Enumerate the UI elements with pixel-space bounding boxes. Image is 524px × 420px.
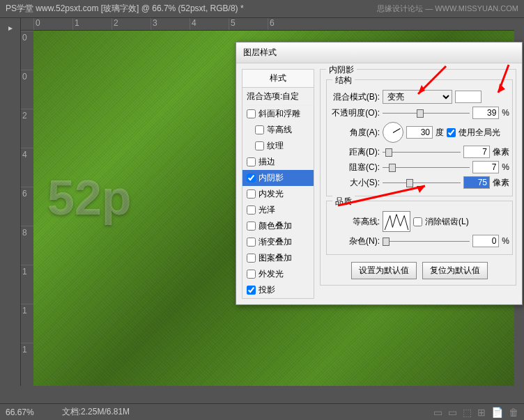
quality-group: 品质 等高线: 消除锯齿(L) 杂色(N): % <box>326 201 513 255</box>
structure-group: 结构 混合模式(B): 变亮 不透明度(O): % 角度(A): <box>326 79 513 196</box>
opacity-input[interactable] <box>472 107 499 119</box>
titlebar: PS学堂 www.52psxt.com [玻璃字效] @ 66.7% (52ps… <box>0 0 524 18</box>
angle-input[interactable] <box>406 126 433 139</box>
antialias-checkbox[interactable] <box>413 217 422 226</box>
style-label: 光泽 <box>259 204 275 216</box>
noise-input[interactable] <box>472 235 499 247</box>
watermark: 思缘设计论坛 — WWW.MISSYUAN.COM <box>377 3 518 14</box>
statusbar: 66.67% 文档:2.25M/6.81M ▭ ▭ ⬚ ⊞ 📄 🗑 <box>0 403 524 420</box>
tool-item[interactable]: ▸ <box>1 20 20 36</box>
structure-legend: 结构 <box>332 75 355 86</box>
style-item[interactable]: 渐变叠加 <box>242 234 314 250</box>
document-title: PS学堂 www.52psxt.com [玻璃字效] @ 66.7% (52ps… <box>6 3 244 15</box>
icon[interactable]: ⬚ <box>463 407 472 418</box>
style-item[interactable]: 等高线 <box>242 122 314 138</box>
quality-legend: 品质 <box>332 196 355 208</box>
contour-label: 等高线: <box>330 216 380 228</box>
distance-label: 距离(D): <box>330 146 380 158</box>
opacity-label: 不透明度(O): <box>330 107 380 119</box>
canvas-text: 52p <box>47 170 132 226</box>
distance-slider[interactable] <box>383 146 461 158</box>
global-light-label: 使用全局光 <box>458 127 500 139</box>
style-checkbox[interactable] <box>247 270 256 279</box>
blend-mode-select[interactable]: 变亮 <box>383 90 452 104</box>
doc-info: 文档:2.25M/6.81M <box>62 406 130 418</box>
ruler-vertical: 002468111 <box>21 31 33 386</box>
icon[interactable]: ▭ <box>448 407 457 418</box>
style-checkbox[interactable] <box>247 173 256 182</box>
style-checkbox[interactable] <box>255 141 264 150</box>
style-label: 颜色叠加 <box>259 220 292 232</box>
blend-mode-label: 混合模式(B): <box>330 91 380 103</box>
style-label: 描边 <box>259 156 275 168</box>
angle-dial[interactable] <box>383 122 403 143</box>
size-slider[interactable] <box>383 176 461 189</box>
angle-label: 角度(A): <box>330 127 380 139</box>
set-default-button[interactable]: 设置为默认值 <box>351 262 417 279</box>
layer-style-dialog: 图层样式 样式 混合选项:自定 斜面和浮雕等高线纹理描边内阴影内发光光泽颜色叠加… <box>236 42 523 305</box>
opacity-slider[interactable] <box>383 107 470 119</box>
style-item[interactable]: 描边 <box>242 154 314 170</box>
style-item[interactable]: 斜面和浮雕 <box>242 106 314 122</box>
ruler-horizontal: 0123456 <box>21 18 514 31</box>
style-checkbox[interactable] <box>247 109 256 118</box>
zoom-level[interactable]: 66.67% <box>6 407 34 417</box>
styles-list: 样式 混合选项:自定 斜面和浮雕等高线纹理描边内阴影内发光光泽颜色叠加渐变叠加图… <box>242 69 314 299</box>
icon[interactable]: ▭ <box>433 407 442 418</box>
inner-shadow-panel: 内阴影 结构 混合模式(B): 变亮 不透明度(O): % <box>320 69 516 286</box>
dialog-title: 图层样式 <box>236 42 522 63</box>
icon[interactable]: 📄 <box>491 407 503 418</box>
icon[interactable]: 🗑 <box>509 407 518 418</box>
icon[interactable]: ⊞ <box>477 407 486 418</box>
style-label: 斜面和浮雕 <box>259 108 300 120</box>
style-checkbox[interactable] <box>247 157 256 166</box>
style-label: 内阴影 <box>259 172 284 184</box>
choke-label: 阻塞(C): <box>330 162 380 173</box>
size-label: 大小(S): <box>330 177 380 189</box>
distance-input[interactable] <box>463 146 490 158</box>
blend-options[interactable]: 混合选项:自定 <box>242 88 314 106</box>
style-checkbox[interactable] <box>247 205 256 215</box>
style-label: 投影 <box>259 284 275 296</box>
style-label: 纹理 <box>267 140 284 152</box>
choke-input[interactable] <box>472 161 499 173</box>
style-checkbox[interactable] <box>255 125 264 134</box>
style-label: 图案叠加 <box>259 252 292 264</box>
style-checkbox[interactable] <box>247 238 256 247</box>
style-label: 等高线 <box>267 124 292 136</box>
style-label: 外发光 <box>259 268 284 280</box>
noise-label: 杂色(N): <box>330 235 380 247</box>
styles-header: 样式 <box>242 70 314 88</box>
style-item[interactable]: 颜色叠加 <box>242 218 314 234</box>
style-item[interactable]: 外发光 <box>242 266 314 282</box>
style-item[interactable]: 内发光 <box>242 186 314 202</box>
choke-slider[interactable] <box>383 161 470 173</box>
style-item[interactable]: 图案叠加 <box>242 250 314 266</box>
size-input[interactable] <box>463 176 490 189</box>
reset-default-button[interactable]: 复位为默认值 <box>422 262 488 279</box>
style-label: 渐变叠加 <box>259 236 292 248</box>
contour-picker[interactable] <box>383 211 410 232</box>
style-checkbox[interactable] <box>247 286 256 295</box>
style-item[interactable]: 投影 <box>242 282 314 298</box>
global-light-checkbox[interactable] <box>447 128 456 137</box>
style-item[interactable]: 纹理 <box>242 138 314 154</box>
antialias-label: 消除锯齿(L) <box>425 216 469 228</box>
style-checkbox[interactable] <box>247 254 256 263</box>
style-item[interactable]: 光泽 <box>242 202 314 218</box>
status-icons: ▭ ▭ ⬚ ⊞ 📄 🗑 <box>433 407 518 418</box>
toolbar: ▸ <box>0 18 21 386</box>
style-item[interactable]: 内阴影 <box>242 170 314 186</box>
style-checkbox[interactable] <box>247 189 256 199</box>
color-swatch[interactable] <box>455 91 481 103</box>
style-label: 内发光 <box>259 188 284 200</box>
style-checkbox[interactable] <box>247 221 256 231</box>
noise-slider[interactable] <box>383 235 470 247</box>
